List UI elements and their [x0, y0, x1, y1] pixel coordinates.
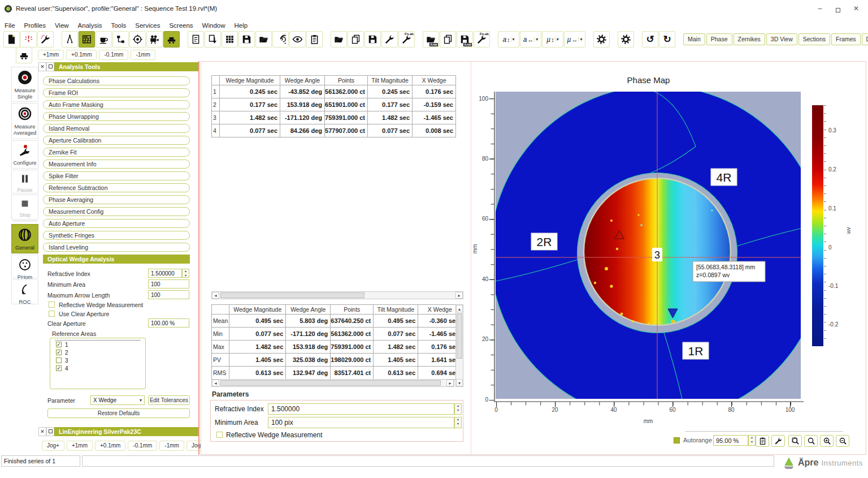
menu-file[interactable]: File [5, 22, 15, 29]
table-row[interactable]: RMS 0.613 sec 132.947 deg 83517.401 ct 0… [212, 367, 462, 380]
measure-single-button[interactable]: Measure Single [11, 67, 38, 102]
stage-jog-button[interactable] [16, 47, 32, 63]
tool-measurement-config[interactable]: Measurement Config [43, 207, 190, 216]
scroll-right-arrow[interactable]: ▸ [455, 292, 463, 299]
tab-sections[interactable]: Sections [798, 33, 830, 45]
save-raw-button[interactable]: RAW [457, 31, 473, 48]
motor-plus-01mm-button[interactable]: +0.1mm [95, 441, 125, 451]
checkbox-icon[interactable]: ✓ [56, 350, 62, 355]
keypad-button[interactable] [222, 31, 238, 48]
menu-view[interactable]: View [55, 22, 69, 29]
col-points[interactable]: Points [325, 76, 368, 85]
panel-separator[interactable] [198, 61, 199, 455]
col-wedge-magnitude[interactable]: Wedge Magnitude [220, 76, 280, 85]
tool-phase-calculations[interactable]: Phase Calculations [43, 76, 190, 85]
table-row[interactable]: 2 0.177 sec 153.918 deg 651901.000 ct 0.… [212, 98, 456, 111]
phase-map-plot[interactable]: 2R 4R 1R 3 [55.0683,48.3118] mm z=0.0897… [469, 79, 814, 433]
panel-close-button[interactable]: ✕ [38, 62, 46, 71]
table-row[interactable]: Max 1.482 sec 153.918 deg 759391.000 ct … [212, 341, 462, 354]
param-minimum-area-input[interactable] [268, 417, 454, 428]
panel-close-button[interactable]: ✕ [38, 427, 46, 436]
minimum-area-input[interactable] [148, 279, 189, 288]
reference-area-3[interactable]: ✓3 [56, 356, 145, 364]
col-tilt-magnitude[interactable]: Tilt Magnitude [374, 305, 418, 315]
menu-profiles[interactable]: Profiles [24, 22, 46, 29]
zoom-in-button[interactable] [820, 435, 834, 447]
scroll-thumb[interactable] [220, 292, 364, 298]
motor-minus-01mm-button[interactable]: -0.1mm [128, 441, 157, 451]
save-file-button[interactable] [364, 31, 381, 48]
unit-mu-horizontal-dropdown[interactable]: µ↔▾ [564, 31, 585, 48]
refractive-index-input[interactable] [148, 269, 182, 278]
parameter-dropdown[interactable]: X Wedge▾ [90, 395, 145, 405]
tab-frames[interactable]: Frames [831, 33, 861, 45]
jog-minus-01mm-button[interactable]: -0.1mm [99, 50, 128, 60]
preferences-gear-button[interactable] [618, 31, 634, 48]
checkbox-icon[interactable]: ✓ [56, 365, 62, 371]
use-clear-aperture-checkbox[interactable] [49, 311, 55, 317]
col-x-wedge[interactable]: X Wedge [413, 76, 456, 85]
new-measurement-button[interactable] [3, 31, 20, 48]
close-button[interactable]: ✕ [848, 3, 865, 14]
fnab-raw-button[interactable]: Fn.ab [474, 31, 490, 48]
reference-area-2[interactable]: ✓2 [56, 348, 145, 356]
calculator-abacus-button[interactable] [79, 31, 95, 48]
checkbox-icon[interactable]: ✓ [56, 358, 62, 363]
tool-spike-filter[interactable]: Spike Filter [43, 171, 190, 180]
scroll-right-arrow[interactable]: ▸ [446, 380, 454, 386]
calipers-button[interactable] [62, 31, 78, 48]
scroll-up-arrow[interactable]: ▴ [456, 305, 463, 312]
panel-float-button[interactable] [46, 62, 54, 71]
restore-button[interactable] [830, 3, 847, 14]
service-wrench-button[interactable] [37, 31, 54, 48]
autorange-input[interactable] [713, 435, 748, 446]
col-wedge-magnitude[interactable]: Wedge Magnitude [229, 305, 286, 315]
jog-plus-1mm-button[interactable]: +1mm [38, 50, 64, 60]
measure-averaged-button[interactable]: Measure Averaged [11, 103, 38, 139]
restore-defaults-button[interactable]: Restore Defaults [47, 408, 190, 418]
zoom-out-button[interactable] [836, 435, 849, 447]
scroll-left-arrow[interactable]: ◂ [212, 380, 219, 386]
scroll-thumb[interactable] [220, 380, 441, 386]
tab-zernikes[interactable]: Zernikes [734, 33, 765, 45]
tab-diagnostics[interactable]: Diagnostics [862, 33, 868, 45]
stats-vscrollbar[interactable]: ▴ ▾ [455, 304, 463, 387]
tool-island-removal[interactable]: Island Removal [43, 124, 190, 133]
menu-help[interactable]: Help [235, 22, 248, 29]
open-raw-button[interactable]: RAW [423, 31, 439, 48]
reflective-wedge-checkbox[interactable] [49, 302, 55, 308]
zoom-region-button[interactable] [788, 435, 802, 447]
tool-phase-averaging[interactable]: Phase Averaging [43, 195, 190, 204]
view-settings-button[interactable] [771, 435, 785, 447]
coffee-cup-button[interactable] [96, 31, 112, 48]
jog-minus-1mm-button[interactable]: -1mm [131, 50, 155, 60]
maximum-arrow-length-input[interactable] [148, 290, 189, 299]
col-wedge-angle[interactable]: Wedge Angle [280, 76, 325, 85]
tool-island-leveling[interactable]: Island Leveling [43, 243, 190, 252]
view-eye-button[interactable] [289, 31, 306, 48]
phom-tab-button[interactable]: PHom [11, 255, 38, 278]
tool-auto-frame-masking[interactable]: Auto Frame Masking [43, 100, 190, 109]
menu-services[interactable]: Services [135, 22, 160, 29]
vortex-button[interactable] [272, 31, 289, 48]
flowchart-button[interactable] [112, 31, 129, 48]
panel-float-button[interactable] [46, 427, 54, 436]
param-reflective-wedge-checkbox[interactable] [216, 432, 223, 438]
param-minimum-area-spinner[interactable]: ▴▾ [454, 417, 462, 428]
menu-analysis[interactable]: Analysis [78, 22, 102, 29]
table-row[interactable]: 1 0.245 sec -43.852 deg 561362.000 ct 0.… [212, 85, 456, 98]
unit-mu-vertical-dropdown[interactable]: µ↕▾ [542, 31, 563, 48]
tab-3d-view[interactable]: 3D View [766, 33, 797, 45]
col-wedge-angle[interactable]: Wedge Angle [286, 305, 331, 315]
table-row[interactable]: 4 0.077 sec 84.266 deg 577907.000 ct 0.0… [212, 124, 456, 137]
scroll-thumb[interactable] [457, 313, 462, 359]
refractive-index-spinner[interactable]: ▴▾ [182, 269, 189, 278]
minimize-button[interactable]: – [811, 3, 828, 14]
edit-tolerances-button[interactable]: Edit Tolerances [148, 395, 190, 405]
menu-tools[interactable]: Tools [111, 22, 126, 29]
note-page-button[interactable] [188, 31, 204, 48]
menu-window[interactable]: Window [202, 22, 225, 29]
tool-frame-roi[interactable]: Frame ROI [43, 88, 190, 97]
reference-area-1[interactable]: ✓1 [56, 341, 145, 348]
copy-file-button[interactable] [348, 31, 364, 48]
